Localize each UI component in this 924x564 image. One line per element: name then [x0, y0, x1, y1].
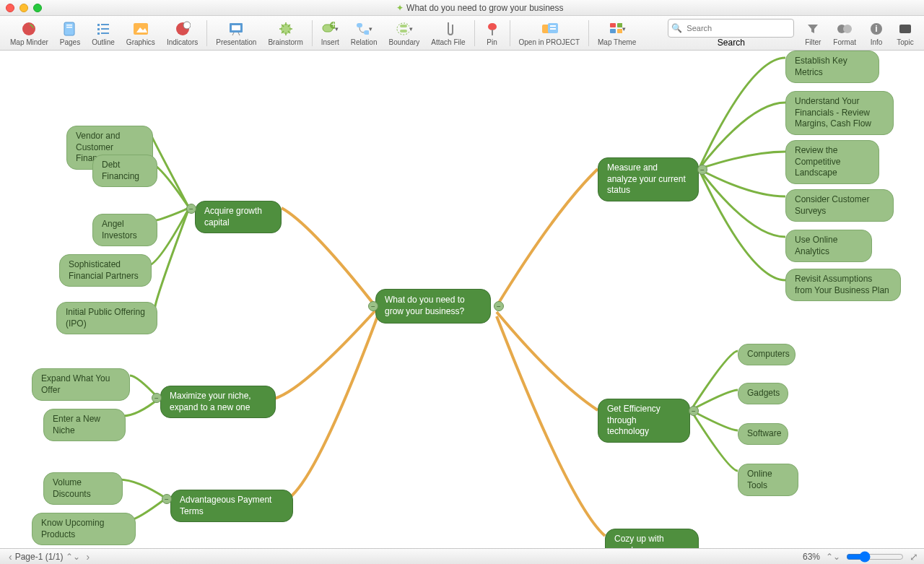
- presentation-button[interactable]: Presentation: [210, 16, 262, 50]
- branch-measure[interactable]: Measure and analyze your current status: [598, 157, 699, 201]
- attach-file-button[interactable]: Attach File: [425, 16, 471, 50]
- leaf-upcoming-products[interactable]: Know Upcoming Products: [32, 513, 136, 545]
- page-next-button[interactable]: ›: [83, 551, 92, 563]
- svg-rect-26: [400, 30, 407, 32]
- brainstorm-button[interactable]: Brainstorm: [262, 16, 308, 50]
- svg-rect-28: [492, 30, 493, 35]
- svg-rect-1: [64, 22, 74, 35]
- collapse-measure[interactable]: −: [697, 165, 707, 175]
- leaf-gadgets[interactable]: Gadgets: [738, 383, 788, 404]
- pages-button[interactable]: Pages: [54, 16, 86, 50]
- window-title: ✦ What do you need to grow your business: [42, 2, 918, 13]
- leaf-surveys[interactable]: Consider Customer Surveys: [785, 189, 894, 222]
- svg-point-27: [488, 23, 497, 30]
- svg-line-16: [232, 32, 234, 35]
- collapse-acquire[interactable]: −: [186, 204, 196, 214]
- map-theme-button[interactable]: ▾Map Theme: [592, 16, 642, 50]
- leaf-angel-investors[interactable]: Angel Investors: [92, 214, 157, 246]
- leaf-debt-financing[interactable]: Debt Financing: [92, 155, 157, 187]
- search-input[interactable]: [682, 20, 790, 36]
- minimize-icon[interactable]: [19, 4, 28, 12]
- fullscreen-icon[interactable]: ⤢: [910, 551, 918, 563]
- svg-line-17: [238, 32, 240, 35]
- search-wrap: 🔍 Search: [663, 17, 798, 49]
- svg-rect-35: [610, 29, 616, 33]
- svg-point-0: [22, 22, 35, 35]
- svg-rect-2: [66, 25, 72, 26]
- page-prev-button[interactable]: ‹: [6, 551, 15, 563]
- pin-button[interactable]: Pin: [478, 16, 507, 50]
- collapse-left[interactable]: −: [368, 301, 378, 311]
- leaf-software[interactable]: Software: [738, 423, 788, 445]
- boundary-button[interactable]: ▾Boundary: [383, 16, 425, 50]
- leaf-assumptions[interactable]: Revisit Assumptions from Your Business P…: [785, 269, 901, 301]
- branch-efficiency[interactable]: Get Efficiency through technology: [598, 399, 690, 443]
- graphics-button[interactable]: Graphics: [121, 16, 161, 50]
- svg-rect-7: [101, 28, 109, 30]
- leaf-key-metrics[interactable]: Establish Key Metrics: [785, 51, 879, 83]
- leaf-volume-discounts[interactable]: Volume Discounts: [43, 472, 123, 505]
- svg-point-13: [183, 22, 191, 29]
- svg-rect-31: [550, 25, 556, 27]
- open-project-button[interactable]: Open in PROJECT: [513, 16, 585, 50]
- leaf-sophisticated[interactable]: Sophisticated Financial Partners: [59, 254, 152, 287]
- collapse-right[interactable]: −: [494, 301, 504, 311]
- svg-text:i: i: [875, 24, 877, 34]
- topic-button[interactable]: Topic: [891, 16, 920, 50]
- insert-button[interactable]: +▾Insert: [315, 16, 345, 50]
- svg-rect-32: [550, 28, 556, 30]
- svg-rect-9: [101, 32, 109, 34]
- svg-rect-8: [97, 32, 100, 35]
- zoom-select[interactable]: ⌃⌄: [826, 552, 840, 562]
- leaf-online-tools[interactable]: Online Tools: [738, 464, 798, 496]
- svg-rect-15: [232, 25, 240, 30]
- branch-cozy[interactable]: Cozy up with vendors: [605, 529, 699, 548]
- branch-acquire[interactable]: Acquire growth capital: [195, 201, 282, 233]
- svg-rect-36: [617, 29, 622, 33]
- svg-point-38: [843, 25, 852, 33]
- leaf-analytics[interactable]: Use Online Analytics: [785, 230, 872, 262]
- maximize-icon[interactable]: [33, 4, 42, 12]
- leaf-ipo[interactable]: Initial Public Offering (IPO): [56, 302, 157, 334]
- indicators-button[interactable]: Indicators: [161, 16, 204, 50]
- svg-rect-34: [617, 23, 622, 27]
- outline-button[interactable]: Outline: [86, 16, 121, 50]
- search-icon: 🔍: [671, 23, 682, 33]
- statusbar: ‹ Page-1 (1/1) ⌃⌄ › 63% ⌃⌄ ⤢: [0, 548, 924, 564]
- zoom-slider[interactable]: [846, 551, 904, 563]
- svg-rect-41: [899, 25, 911, 33]
- svg-rect-25: [400, 25, 407, 27]
- svg-rect-23: [364, 30, 369, 35]
- info-button[interactable]: iInfo: [862, 16, 891, 50]
- leaf-expand-offer[interactable]: Expand What You Offer: [32, 368, 130, 401]
- svg-rect-22: [357, 23, 362, 27]
- leaf-computers[interactable]: Computers: [738, 344, 796, 365]
- collapse-efficiency[interactable]: −: [689, 406, 699, 416]
- branch-payment[interactable]: Advantageous Payment Terms: [170, 490, 293, 522]
- toolbar: Map Minder Pages Outline Graphics Indica…: [0, 16, 924, 51]
- branch-maximize[interactable]: Maximize your niche, expand to a new one: [160, 386, 276, 418]
- svg-rect-4: [97, 24, 100, 26]
- collapse-payment[interactable]: −: [162, 494, 172, 504]
- leaf-competitive[interactable]: Review the Competitive Landscape: [785, 140, 879, 184]
- close-icon[interactable]: [6, 4, 14, 12]
- collapse-maximize[interactable]: −: [152, 393, 162, 403]
- window-controls: [6, 4, 42, 12]
- mindmap-canvas[interactable]: What do you need to grow your business? …: [0, 51, 924, 548]
- leaf-financials[interactable]: Understand Your Financials - Review Marg…: [785, 91, 894, 135]
- svg-rect-33: [610, 23, 616, 27]
- page-indicator: Page-1 (1/1): [15, 552, 64, 562]
- page-select[interactable]: ⌃⌄: [66, 552, 80, 562]
- svg-rect-5: [101, 24, 109, 25]
- svg-rect-6: [97, 28, 100, 30]
- map-minder-button[interactable]: Map Minder: [4, 16, 54, 50]
- leaf-new-niche[interactable]: Enter a New Niche: [43, 409, 126, 441]
- zoom-level: 63%: [803, 552, 820, 562]
- filter-button[interactable]: Filter: [798, 16, 827, 50]
- svg-rect-3: [66, 27, 72, 28]
- center-topic[interactable]: What do you need to grow your business?: [375, 289, 491, 324]
- format-button[interactable]: Format: [827, 16, 862, 50]
- titlebar: ✦ What do you need to grow your business: [0, 0, 924, 16]
- relation-button[interactable]: ▾Relation: [345, 16, 383, 50]
